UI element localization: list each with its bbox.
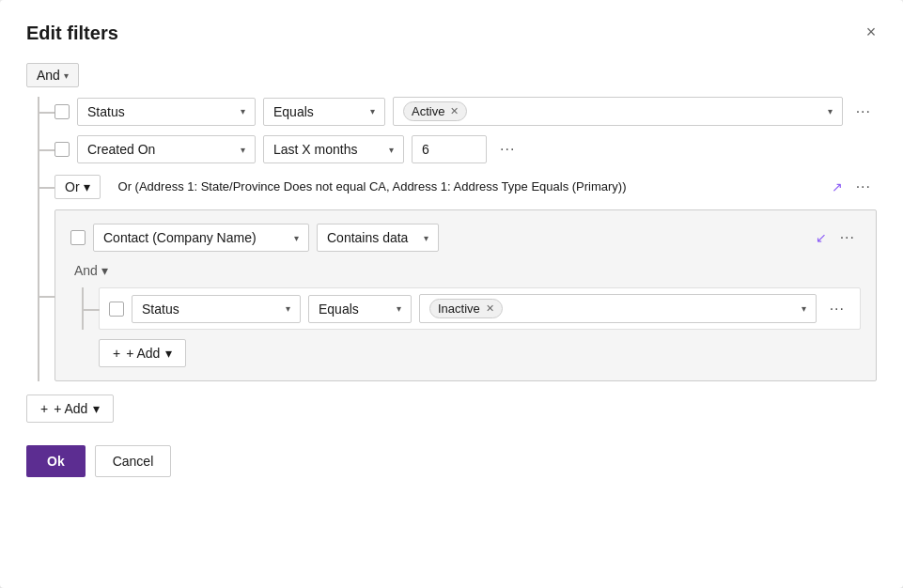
nested-add-plus: + xyxy=(113,346,120,361)
status-operator-chevron: ▾ xyxy=(370,106,375,116)
status-operator-select[interactable]: Equals ▾ xyxy=(263,98,385,126)
nested-field-label: Contact (Company Name) xyxy=(103,230,257,245)
nested-operator-chevron: ▾ xyxy=(424,233,428,243)
nested-status-field-chevron: ▾ xyxy=(286,303,290,314)
expand-icon[interactable]: ↗ xyxy=(832,179,843,194)
or-group-more-button[interactable]: ··· xyxy=(850,175,877,199)
nested-group: Contact (Company Name) ▾ Contains data ▾… xyxy=(54,209,877,381)
status-value-chip: Active ✕ xyxy=(403,101,467,121)
filter-row-status: Status ▾ Equals ▾ Active ✕ ▾ ··· xyxy=(54,97,877,126)
createdon-operator-chevron: ▾ xyxy=(389,145,394,155)
or-dropdown[interactable]: Or ▾ xyxy=(54,175,101,199)
status-field-label: Status xyxy=(87,104,125,119)
status-more-button[interactable]: ··· xyxy=(850,100,877,124)
status-field-chevron: ▾ xyxy=(241,106,245,116)
nested-add-button[interactable]: + + Add ▾ xyxy=(99,339,186,367)
top-and-chevron: ▾ xyxy=(64,70,69,81)
close-button[interactable]: × xyxy=(858,19,884,45)
nested-status-chip-label: Inactive xyxy=(438,302,480,316)
createdon-field-label: Created On xyxy=(87,142,155,157)
nested-add-chevron: ▾ xyxy=(165,346,172,361)
nested-status-value-container[interactable]: Inactive ✕ ▾ xyxy=(419,294,817,323)
status-operator-label: Equals xyxy=(273,104,314,119)
nested-status-chip-remove[interactable]: ✕ xyxy=(486,302,494,315)
nested-and-dropdown[interactable]: And ▾ xyxy=(74,263,108,278)
filter-row-status-checkbox[interactable] xyxy=(54,104,70,119)
nested-and-label-text: And xyxy=(74,263,98,278)
status-chip-label: Active xyxy=(412,104,444,118)
bottom-add-label: + Add xyxy=(54,401,87,416)
dialog-title: Edit filters xyxy=(26,23,877,44)
createdon-operator-label: Last X months xyxy=(273,142,358,157)
nested-status-operator-label: Equals xyxy=(319,302,359,317)
createdon-value-input[interactable] xyxy=(412,135,487,163)
nested-field-select[interactable]: Contact (Company Name) ▾ xyxy=(93,224,309,252)
bottom-add-row: + + Add ▾ xyxy=(26,395,877,423)
status-value-container[interactable]: Active ✕ ▾ xyxy=(393,97,843,126)
nested-filter-row-status: Status ▾ Equals ▾ Inactive ✕ ▾ ·· xyxy=(99,287,861,330)
cancel-button[interactable]: Cancel xyxy=(95,445,172,477)
nested-group-checkbox[interactable] xyxy=(70,230,86,245)
or-chevron: ▾ xyxy=(84,179,90,194)
nested-status-operator-chevron: ▾ xyxy=(397,303,401,314)
bottom-add-plus: + xyxy=(40,401,48,416)
top-and-row: And ▾ xyxy=(26,63,877,87)
status-field-select[interactable]: Status ▾ xyxy=(77,98,256,126)
nested-group-header: Contact (Company Name) ▾ Contains data ▾… xyxy=(70,224,861,252)
filter-row-createdon-checkbox[interactable] xyxy=(54,142,70,157)
nested-status-more-button[interactable]: ··· xyxy=(824,297,850,321)
top-and-dropdown[interactable]: And ▾ xyxy=(26,63,79,87)
filter-row-createdon: Created On ▾ Last X months ▾ ··· xyxy=(54,135,877,163)
createdon-field-select[interactable]: Created On ▾ xyxy=(77,135,256,163)
nested-and-chevron: ▾ xyxy=(101,263,108,278)
edit-filters-dialog: Edit filters × And ▾ Status ▾ Equals ▾ A… xyxy=(0,0,903,588)
collapse-icon[interactable]: ↙ xyxy=(816,230,827,245)
createdon-operator-select[interactable]: Last X months ▾ xyxy=(263,135,404,163)
nested-status-field-select[interactable]: Status ▾ xyxy=(132,295,301,323)
bottom-add-chevron: ▾ xyxy=(93,401,100,416)
or-group-text: Or (Address 1: State/Province Does not e… xyxy=(108,173,820,200)
nested-operator-label: Contains data xyxy=(327,230,408,245)
nested-and-row: And ▾ xyxy=(70,263,861,278)
nested-filter-rows: Status ▾ Equals ▾ Inactive ✕ ▾ ·· xyxy=(70,287,861,330)
nested-group-more-button[interactable]: ··· xyxy=(834,225,861,250)
bottom-add-button[interactable]: + + Add ▾ xyxy=(26,395,114,423)
nested-operator-select[interactable]: Contains data ▾ xyxy=(317,224,439,252)
or-group-row: Or ▾ Or (Address 1: State/Province Does … xyxy=(54,173,877,200)
createdon-field-chevron: ▾ xyxy=(241,145,245,155)
nested-status-field-label: Status xyxy=(142,302,179,317)
status-value-chevron: ▾ xyxy=(828,106,833,116)
filter-rows-container: Status ▾ Equals ▾ Active ✕ ▾ ··· Created… xyxy=(26,97,877,381)
top-and-label: And xyxy=(37,68,60,83)
nested-status-value-chevron: ▾ xyxy=(802,303,806,314)
footer: Ok Cancel xyxy=(26,445,877,477)
nested-status-checkbox[interactable] xyxy=(109,302,124,317)
nested-status-operator-select[interactable]: Equals ▾ xyxy=(308,295,412,323)
vertical-line xyxy=(38,97,39,381)
nested-add-row: + + Add ▾ xyxy=(70,339,861,367)
nested-status-value-chip: Inactive ✕ xyxy=(429,299,503,318)
nested-field-chevron: ▾ xyxy=(294,233,299,243)
nested-add-label: + Add xyxy=(126,346,160,361)
createdon-more-button[interactable]: ··· xyxy=(494,137,521,162)
status-chip-remove[interactable]: ✕ xyxy=(450,105,459,117)
ok-button[interactable]: Ok xyxy=(26,445,86,477)
or-label: Or xyxy=(65,179,80,194)
